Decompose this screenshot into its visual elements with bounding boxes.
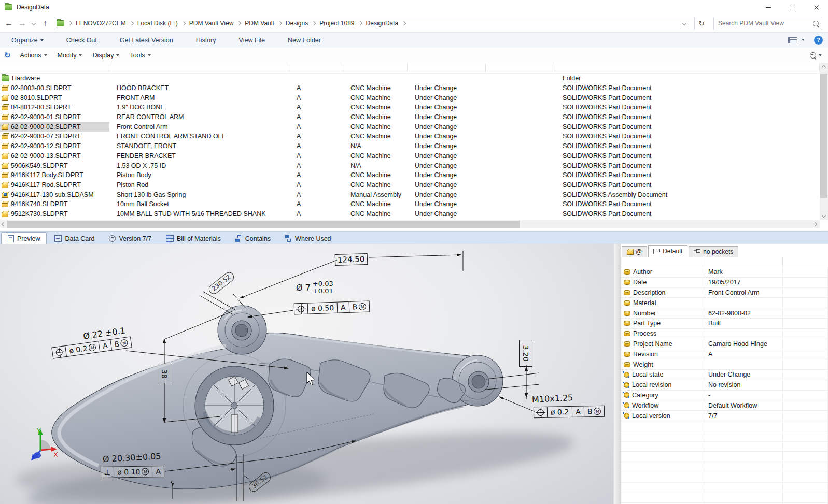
property-row[interactable]: Weight <box>621 359 828 370</box>
search-box[interactable] <box>713 17 822 30</box>
file-row[interactable]: 9512K730.SLDPRT 10MM BALL STUD WITH 5/16… <box>0 209 820 219</box>
preview-tab[interactable]: Preview <box>1 232 47 244</box>
up-button[interactable]: ↑ <box>38 19 52 28</box>
minimize-button[interactable] <box>756 0 780 15</box>
preview-tab[interactable]: Contains <box>229 232 277 244</box>
variable-name: Local state <box>632 371 663 378</box>
file-state: Under Change <box>408 191 486 198</box>
recent-locations-dropdown[interactable] <box>32 21 36 25</box>
column-header[interactable] <box>486 64 555 72</box>
breadcrumb-segment[interactable]: LENOVO272CEM <box>76 20 137 27</box>
maximize-button[interactable] <box>780 0 804 15</box>
property-row[interactable]: Part Type Built <box>621 319 828 329</box>
view-options-dropdown[interactable] <box>802 39 805 41</box>
zoom-dropdown[interactable] <box>819 54 822 56</box>
back-button[interactable]: ← <box>2 19 16 28</box>
breadcrumb-segment[interactable]: PDM Vault View <box>189 20 245 27</box>
menu-item[interactable]: Tools <box>124 48 156 63</box>
property-row[interactable]: Category - <box>621 391 828 401</box>
command-bar-button[interactable]: Get Latest Version <box>108 33 185 48</box>
breadcrumb-segment[interactable]: Designs <box>286 20 319 27</box>
command-bar-button[interactable]: Check Out <box>55 33 108 48</box>
file-revision: A <box>289 191 343 198</box>
file-row[interactable]: 9416K117 Body.SLDPRT Piston Body A CNC M… <box>0 170 820 180</box>
horizontal-scrollbar-thumb[interactable] <box>7 221 520 228</box>
address-bar[interactable]: LENOVO272CEM Local Disk (E:) PDM Vault V… <box>54 17 695 30</box>
scroll-down-icon[interactable] <box>822 213 826 218</box>
title-bar[interactable]: DesignData <box>0 0 828 15</box>
file-row[interactable]: 62-02-9000-07.SLDPRT FRONT CONTROL ARM S… <box>0 132 820 141</box>
minimize-icon <box>766 7 771 8</box>
horizontal-scrollbar[interactable] <box>0 220 820 228</box>
column-header[interactable] <box>343 64 408 72</box>
file-row[interactable]: 02-8003-00.SLDPRT HOOD BRACKET A CNC Mac… <box>0 83 820 93</box>
configuration-tab[interactable]: no pockets <box>689 246 738 257</box>
file-row[interactable]: 62-02-9000-13.SLDPRT FENDER BRACKET A CN… <box>0 151 820 161</box>
preview-pane[interactable]: Y X 124.50 230.52 Ø 7 +0.03 +0.01 ø 0.50… <box>0 244 613 504</box>
file-row[interactable]: Hardware Folder <box>0 74 820 83</box>
pane-divider[interactable] <box>613 244 621 504</box>
command-bar-button[interactable]: New Folder <box>276 33 332 48</box>
view-options-icon[interactable] <box>788 37 797 43</box>
search-input[interactable] <box>717 19 813 27</box>
properties-column-header[interactable] <box>621 257 704 267</box>
variable-value: Camaro Hood Hinge <box>704 339 783 349</box>
menu-item[interactable]: Actions <box>15 48 52 63</box>
breadcrumb-segment[interactable]: Project 1089 <box>319 20 366 27</box>
column-header[interactable] <box>109 64 289 72</box>
file-row[interactable]: 04-8012-00.SLDPRT 1.9" DOG BONE A CNC Ma… <box>0 103 820 112</box>
configuration-tab[interactable]: @ <box>622 246 647 257</box>
file-state: Under Change <box>408 113 486 121</box>
breadcrumb-segment[interactable]: DesignData <box>366 20 410 27</box>
column-header[interactable] <box>555 64 820 72</box>
property-row[interactable]: Local state Under Change <box>621 370 828 380</box>
property-row[interactable]: Date 19/05/2017 <box>621 278 828 288</box>
property-row[interactable]: Revision A <box>621 349 828 359</box>
command-bar-button[interactable]: Organize <box>0 33 55 48</box>
file-row[interactable]: 02-8010.SLDPRT FRONT ARM A CNC Machine U… <box>0 93 820 103</box>
column-header[interactable] <box>289 64 343 72</box>
property-row[interactable]: Project Name Camaro Hood Hinge <box>621 339 828 350</box>
properties-column-header[interactable] <box>704 257 783 267</box>
property-row[interactable]: Workflow Default Workflow <box>621 400 828 411</box>
vault-refresh-icon[interactable]: ↻ <box>4 51 11 60</box>
vertical-scrollbar-thumb[interactable] <box>820 74 827 198</box>
configuration-tab[interactable]: Default <box>648 245 687 257</box>
property-row[interactable]: Author Mark <box>621 267 828 278</box>
preview-tab[interactable]: Where Used <box>278 232 338 244</box>
close-button[interactable] <box>804 0 828 15</box>
property-row[interactable]: Process <box>621 329 828 339</box>
menu-item[interactable]: Modify <box>52 48 88 63</box>
file-row[interactable]: 9416K117-130 sub.SLDASM Short 130 lb Gas… <box>0 190 820 199</box>
help-button[interactable]: ? <box>814 36 823 45</box>
preview-tab[interactable]: Bill of Materials <box>159 232 228 244</box>
file-row[interactable]: 9416K117 Rod.SLDPRT Piston Rod A CNC Mac… <box>0 180 820 190</box>
preview-tab[interactable]: Version 7/7 <box>102 232 158 244</box>
menu-item[interactable]: Display <box>87 48 124 63</box>
breadcrumb-segment[interactable]: PDM Vault <box>245 20 285 27</box>
property-row[interactable]: Local version 7/7 <box>621 411 828 421</box>
property-row[interactable]: Number 62-02-9000-02 <box>621 308 828 319</box>
vertical-scrollbar[interactable] <box>820 63 828 220</box>
file-row[interactable]: 62-02-9000-01.SLDPRT REAR CONTROL ARM A … <box>0 112 820 122</box>
file-row[interactable]: 9416K740.SLDPRT 10mm Ball Socket A CNC M… <box>0 199 820 209</box>
scroll-right-icon[interactable] <box>813 222 817 226</box>
command-bar-button[interactable]: History <box>185 33 228 48</box>
preview-tab[interactable]: Data Card <box>48 232 101 244</box>
property-row[interactable]: Local revision No revision <box>621 380 828 391</box>
forward-button[interactable]: → <box>16 19 29 28</box>
file-row[interactable]: 62-02-9000-12.SLDPRT STANDOFF, FRONT A N… <box>0 141 820 151</box>
command-bar-button[interactable]: View File <box>228 33 276 48</box>
property-row[interactable]: Material <box>621 298 828 308</box>
file-row[interactable]: 62-02-9000-02.SLDPRT Front Control Arm A… <box>0 122 820 132</box>
column-header[interactable] <box>408 64 486 72</box>
scroll-up-icon[interactable] <box>822 65 826 69</box>
zoom-out-icon[interactable] <box>810 52 816 59</box>
refresh-button[interactable]: ↻ <box>695 19 708 27</box>
column-header[interactable] <box>0 64 109 72</box>
scroll-left-icon[interactable] <box>2 222 6 226</box>
file-row[interactable]: 5906K549.SLDPRT 1.53 OD X .75 ID A N/A U… <box>0 161 820 170</box>
address-dropdown[interactable] <box>682 21 686 25</box>
breadcrumb-segment[interactable]: Local Disk (E:) <box>137 20 189 27</box>
property-row[interactable]: Description Front Control Arm <box>621 288 828 298</box>
